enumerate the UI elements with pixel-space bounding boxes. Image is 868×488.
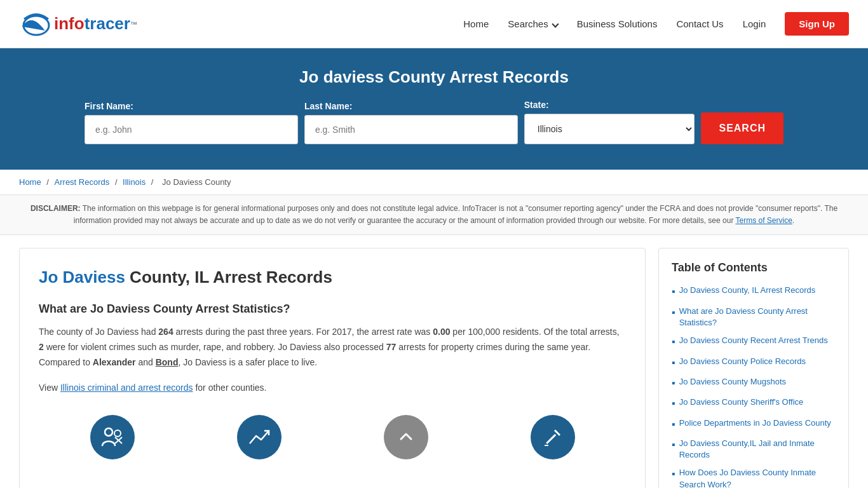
state-label: State: [524,100,549,110]
toc-link[interactable]: What are Jo Daviess County Arrest Statis… [679,306,836,329]
stats-p1-mid: arrests during the past three years. For… [173,327,433,337]
breadcrumb-illinois[interactable]: Illinois [123,177,146,187]
logo: infotracer™ [19,6,137,41]
stats-rate: 0.00 [433,327,450,337]
toc-item: Police Departments in Jo Daviess County [672,417,836,431]
disclaimer: DISCLAIMER: The information on this webp… [0,195,868,235]
stats-p1-and: and [136,357,156,367]
toc-item: Jo Daviess County Sheriff's Office [672,396,836,410]
stats-county2: Bond [156,357,179,367]
stats-p1-pre: The county of Jo Daviess had [39,327,158,337]
hero-section: Jo daviess County Arrest Records First N… [0,48,868,170]
stats-property: 77 [386,342,397,352]
view-text: View [39,383,60,393]
toc-link[interactable]: Jo Daviess County, IL Arrest Records [679,285,816,296]
stats-violent: 2 [39,342,44,352]
icons-row [39,409,626,459]
toc-title: Table of Contents [672,261,836,274]
toc-link[interactable]: Jo Daviess County Police Records [679,356,806,367]
svg-rect-5 [546,433,556,444]
toc-item: What are Jo Daviess County Arrest Statis… [672,306,836,329]
breadcrumb-county: Jo Daviess County [162,177,231,187]
toc-item: Jo Daviess County Mugshots [672,376,836,390]
icon-item-4 [531,415,575,459]
nav-home[interactable]: Home [463,18,489,29]
first-name-label: First Name: [85,101,133,111]
toc-link[interactable]: How Does Jo Daviess County Inmate Search… [679,467,836,488]
main-heading-rest: County, IL Arrest Records [125,268,332,287]
breadcrumb-arrest-records[interactable]: Arrest Records [55,177,110,187]
toc-link[interactable]: Jo Daviess County Mugshots [679,376,786,388]
toc-item: How Does Jo Daviess County Inmate Search… [672,467,836,488]
first-name-group: First Name: [85,101,298,144]
breadcrumb-sep3: / [151,177,156,187]
stats-p1-post: per 100,000 residents. Of the total arre… [450,327,619,337]
searches-chevron-icon [552,20,559,27]
icon-item-3 [384,415,428,459]
header: infotracer™ Home Searches Business Solut… [0,0,868,48]
logo-tracer: tracer [85,14,130,34]
search-button[interactable]: SEARCH [701,112,783,144]
disclaimer-text: The information on this webpage is for g… [74,204,837,225]
view-link-paragraph: View Illinois criminal and arrest record… [39,381,626,396]
content-left: Jo Daviess County, IL Arrest Records Wha… [19,248,646,488]
stats-p1-violent: were for violent crimes such as murder, … [44,342,386,352]
stats-heading: What are Jo Daviess County Arrest Statis… [39,302,626,316]
arrest-icon [90,415,135,459]
first-name-input[interactable] [85,115,298,144]
breadcrumb-sep1: / [46,177,51,187]
icon-item-2 [237,415,281,459]
toc-link[interactable]: Police Departments in Jo Daviess County [679,417,831,429]
stats-p1-end: , Jo Daviess is a safer place to live. [178,357,317,367]
toc-link[interactable]: Jo Daviess County Sheriff's Office [679,396,804,408]
toc-link[interactable]: Jo Daviess County Recent Arrest Trends [679,335,828,346]
disclaimer-tos-link[interactable]: Terms of Service [736,216,792,225]
breadcrumb: Home / Arrest Records / Illinois / Jo Da… [0,170,868,195]
hero-title: Jo daviess County Arrest Records [13,67,855,87]
last-name-label: Last Name: [304,101,352,111]
toc-item: Jo Daviess County,IL Jail and Inmate Rec… [672,438,836,461]
view-end: for other counties. [193,383,267,393]
toc-item: Jo Daviess County Police Records [672,356,836,370]
main-nav: Home Searches Business Solutions Contact… [463,12,849,36]
nav-searches[interactable]: Searches [508,18,557,29]
view-illinois-link[interactable]: Illinois criminal and arrest records [60,383,193,393]
nav-business-solutions[interactable]: Business Solutions [577,18,658,29]
main-heading: Jo Daviess County, IL Arrest Records [39,268,626,287]
toc-item: Jo Daviess County Recent Arrest Trends [672,335,836,349]
stats-paragraph: The county of Jo Daviess had 264 arrests… [39,325,626,370]
nav-contact-us[interactable]: Contact Us [676,18,723,29]
main-content: Jo Daviess County, IL Arrest Records Wha… [0,235,868,488]
logo-tm: ™ [130,20,137,28]
state-select[interactable]: Illinois Alabama Alaska California Flori… [524,114,695,144]
disclaimer-label: DISCLAIMER: [31,204,81,213]
toc-item: Jo Daviess County, IL Arrest Records [672,285,836,299]
stats-arrests: 264 [158,327,173,337]
nav-signup[interactable]: Sign Up [785,12,849,36]
stats-county1: Alexander [93,357,136,367]
scroll-up-icon [384,415,428,459]
nav-login[interactable]: Login [743,18,766,29]
last-name-input[interactable] [304,115,518,144]
edit-icon [531,415,575,459]
breadcrumb-sep2: / [115,177,119,187]
toc-link[interactable]: Jo Daviess County,IL Jail and Inmate Rec… [679,438,836,461]
logo-icon [19,6,54,41]
search-form: First Name: Last Name: State: Illinois A… [85,100,783,144]
trend-icon [237,415,281,459]
icon-item-1 [90,415,135,459]
svg-point-1 [105,428,112,436]
table-of-contents: Table of Contents Jo Daviess County, IL … [658,248,849,488]
last-name-group: Last Name: [304,101,518,144]
main-heading-blue: Jo Daviess [39,268,125,287]
logo-info: info [54,14,85,34]
svg-point-2 [114,430,121,437]
state-group: State: Illinois Alabama Alaska Californi… [524,100,695,144]
breadcrumb-home[interactable]: Home [19,177,41,187]
toc-list: Jo Daviess County, IL Arrest RecordsWhat… [672,285,836,488]
disclaimer-end: . [792,216,794,225]
